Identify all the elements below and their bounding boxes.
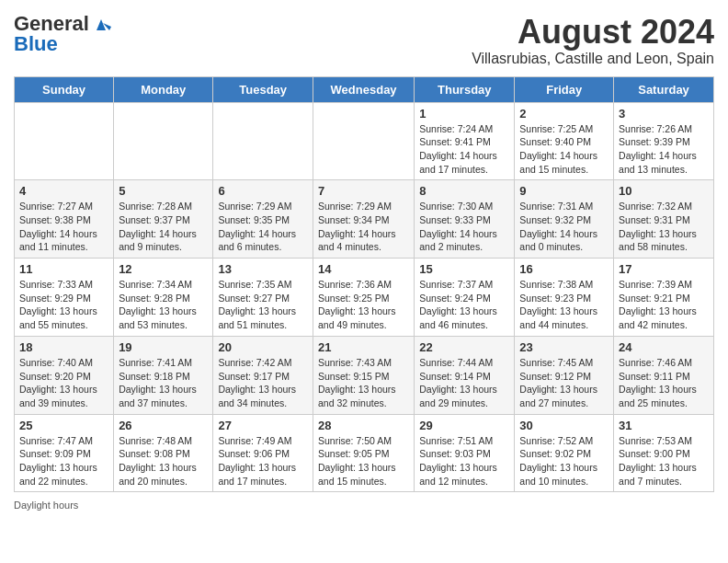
- day-number: 20: [218, 340, 308, 354]
- day-number: 9: [519, 184, 609, 198]
- calendar-cell: 18Sunrise: 7:40 AM Sunset: 9:20 PM Dayli…: [15, 336, 114, 414]
- day-info: Sunrise: 7:35 AM Sunset: 9:27 PM Dayligh…: [218, 278, 308, 332]
- calendar-cell: 6Sunrise: 7:29 AM Sunset: 9:35 PM Daylig…: [213, 180, 313, 259]
- calendar-cell: [213, 102, 313, 180]
- day-number: 30: [519, 419, 609, 432]
- day-number: 11: [19, 262, 108, 276]
- day-number: 7: [318, 184, 409, 198]
- calendar-cell: 19Sunrise: 7:41 AM Sunset: 9:18 PM Dayli…: [114, 336, 213, 414]
- svg-marker-0: [97, 19, 106, 30]
- day-number: 3: [619, 107, 709, 121]
- day-info: Sunrise: 7:50 AM Sunset: 9:05 PM Dayligh…: [318, 434, 409, 488]
- calendar-cell: 15Sunrise: 7:37 AM Sunset: 9:24 PM Dayli…: [415, 259, 515, 337]
- day-number: 26: [119, 419, 208, 432]
- day-info: Sunrise: 7:39 AM Sunset: 9:21 PM Dayligh…: [619, 278, 709, 332]
- day-info: Sunrise: 7:30 AM Sunset: 9:33 PM Dayligh…: [419, 200, 509, 254]
- day-number: 10: [619, 184, 709, 198]
- page-subtitle: Villasrubias, Castille and Leon, Spain: [472, 51, 714, 67]
- day-info: Sunrise: 7:32 AM Sunset: 9:31 PM Dayligh…: [619, 200, 709, 254]
- day-info: Sunrise: 7:34 AM Sunset: 9:28 PM Dayligh…: [119, 278, 208, 332]
- day-info: Sunrise: 7:27 AM Sunset: 9:38 PM Dayligh…: [19, 200, 108, 254]
- day-number: 5: [119, 184, 208, 198]
- calendar-cell: 21Sunrise: 7:43 AM Sunset: 9:15 PM Dayli…: [313, 336, 414, 414]
- day-info: Sunrise: 7:46 AM Sunset: 9:11 PM Dayligh…: [619, 356, 709, 410]
- day-number: 19: [119, 340, 208, 354]
- calendar-cell: 30Sunrise: 7:52 AM Sunset: 9:02 PM Dayli…: [515, 414, 614, 492]
- day-info: Sunrise: 7:33 AM Sunset: 9:29 PM Dayligh…: [19, 278, 108, 332]
- day-number: 2: [519, 107, 609, 121]
- calendar-cell: 29Sunrise: 7:51 AM Sunset: 9:03 PM Dayli…: [415, 414, 515, 492]
- calendar-cell: 20Sunrise: 7:42 AM Sunset: 9:17 PM Dayli…: [213, 336, 313, 414]
- calendar-header: SundayMondayTuesdayWednesdayThursdayFrid…: [15, 76, 714, 102]
- logo-triangle-icon: [91, 14, 111, 34]
- day-info: Sunrise: 7:25 AM Sunset: 9:40 PM Dayligh…: [519, 122, 609, 177]
- day-info: Sunrise: 7:42 AM Sunset: 9:17 PM Dayligh…: [218, 356, 308, 410]
- day-of-week-header: Tuesday: [213, 76, 313, 102]
- day-number: 15: [419, 262, 509, 276]
- day-info: Sunrise: 7:43 AM Sunset: 9:15 PM Dayligh…: [318, 356, 409, 410]
- page-title: August 2024: [472, 14, 714, 51]
- day-number: 25: [19, 419, 108, 432]
- day-number: 6: [218, 184, 308, 198]
- calendar-cell: 16Sunrise: 7:38 AM Sunset: 9:23 PM Dayli…: [515, 259, 614, 337]
- day-number: 1: [419, 107, 509, 121]
- calendar-cell: 26Sunrise: 7:48 AM Sunset: 9:08 PM Dayli…: [114, 414, 213, 492]
- calendar-cell: 12Sunrise: 7:34 AM Sunset: 9:28 PM Dayli…: [114, 259, 213, 337]
- title-block: August 2024 Villasrubias, Castille and L…: [472, 14, 714, 67]
- day-info: Sunrise: 7:28 AM Sunset: 9:37 PM Dayligh…: [119, 200, 208, 254]
- day-info: Sunrise: 7:51 AM Sunset: 9:03 PM Dayligh…: [419, 434, 509, 488]
- calendar-cell: 27Sunrise: 7:49 AM Sunset: 9:06 PM Dayli…: [213, 414, 313, 492]
- calendar-cell: 1Sunrise: 7:24 AM Sunset: 9:41 PM Daylig…: [415, 102, 515, 180]
- day-info: Sunrise: 7:49 AM Sunset: 9:06 PM Dayligh…: [218, 434, 308, 488]
- calendar-cell: 24Sunrise: 7:46 AM Sunset: 9:11 PM Dayli…: [614, 336, 714, 414]
- footer: Daylight hours: [14, 500, 714, 511]
- day-number: 13: [218, 262, 308, 276]
- calendar-table: SundayMondayTuesdayWednesdayThursdayFrid…: [14, 76, 714, 493]
- calendar-cell: [313, 102, 414, 180]
- calendar-cell: 10Sunrise: 7:32 AM Sunset: 9:31 PM Dayli…: [614, 180, 714, 259]
- day-info: Sunrise: 7:29 AM Sunset: 9:34 PM Dayligh…: [318, 200, 409, 254]
- logo-blue: Blue: [14, 34, 58, 54]
- day-number: 4: [19, 184, 108, 198]
- day-info: Sunrise: 7:52 AM Sunset: 9:02 PM Dayligh…: [519, 434, 609, 488]
- calendar-cell: 2Sunrise: 7:25 AM Sunset: 9:40 PM Daylig…: [515, 102, 614, 180]
- day-info: Sunrise: 7:48 AM Sunset: 9:08 PM Dayligh…: [119, 434, 208, 488]
- day-number: 28: [318, 419, 409, 432]
- day-number: 16: [519, 262, 609, 276]
- day-number: 21: [318, 340, 409, 354]
- calendar-cell: 13Sunrise: 7:35 AM Sunset: 9:27 PM Dayli…: [213, 259, 313, 337]
- day-info: Sunrise: 7:53 AM Sunset: 9:00 PM Dayligh…: [619, 434, 709, 488]
- calendar-cell: 23Sunrise: 7:45 AM Sunset: 9:12 PM Dayli…: [515, 336, 614, 414]
- day-info: Sunrise: 7:38 AM Sunset: 9:23 PM Dayligh…: [519, 278, 609, 332]
- day-of-week-header: Wednesday: [313, 76, 414, 102]
- day-of-week-header: Monday: [114, 76, 213, 102]
- day-number: 17: [619, 262, 709, 276]
- logo-general: General: [14, 14, 89, 34]
- calendar-cell: 28Sunrise: 7:50 AM Sunset: 9:05 PM Dayli…: [313, 414, 414, 492]
- day-info: Sunrise: 7:37 AM Sunset: 9:24 PM Dayligh…: [419, 278, 509, 332]
- calendar-cell: 17Sunrise: 7:39 AM Sunset: 9:21 PM Dayli…: [614, 259, 714, 337]
- day-number: 27: [218, 419, 308, 432]
- day-info: Sunrise: 7:40 AM Sunset: 9:20 PM Dayligh…: [19, 356, 108, 410]
- calendar-cell: 8Sunrise: 7:30 AM Sunset: 9:33 PM Daylig…: [415, 180, 515, 259]
- calendar-cell: [15, 102, 114, 180]
- day-of-week-header: Sunday: [15, 76, 114, 102]
- day-number: 12: [119, 262, 208, 276]
- calendar-cell: 11Sunrise: 7:33 AM Sunset: 9:29 PM Dayli…: [15, 259, 114, 337]
- day-info: Sunrise: 7:44 AM Sunset: 9:14 PM Dayligh…: [419, 356, 509, 410]
- calendar-cell: 25Sunrise: 7:47 AM Sunset: 9:09 PM Dayli…: [15, 414, 114, 492]
- day-number: 8: [419, 184, 509, 198]
- calendar-cell: 22Sunrise: 7:44 AM Sunset: 9:14 PM Dayli…: [415, 336, 515, 414]
- calendar-cell: 31Sunrise: 7:53 AM Sunset: 9:00 PM Dayli…: [614, 414, 714, 492]
- day-number: 14: [318, 262, 409, 276]
- day-of-week-header: Thursday: [415, 76, 515, 102]
- calendar-cell: 4Sunrise: 7:27 AM Sunset: 9:38 PM Daylig…: [15, 180, 114, 259]
- day-of-week-header: Saturday: [614, 76, 714, 102]
- day-number: 22: [419, 340, 509, 354]
- page-header: General Blue August 2024 Villasrubias, C…: [14, 14, 714, 67]
- day-info: Sunrise: 7:36 AM Sunset: 9:25 PM Dayligh…: [318, 278, 409, 332]
- day-number: 31: [619, 419, 709, 432]
- day-number: 18: [19, 340, 108, 354]
- day-info: Sunrise: 7:45 AM Sunset: 9:12 PM Dayligh…: [519, 356, 609, 410]
- day-number: 29: [419, 419, 509, 432]
